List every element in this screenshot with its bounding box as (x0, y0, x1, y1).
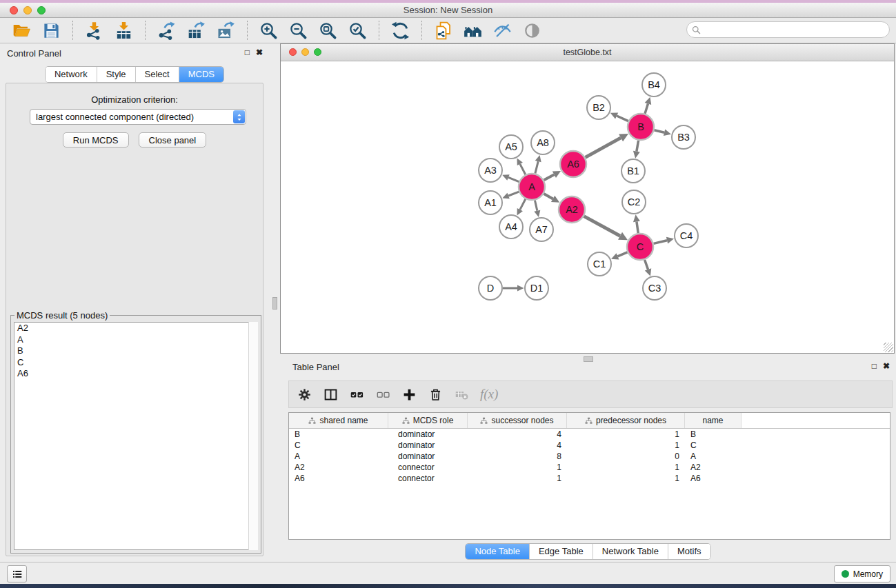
table-cell[interactable]: connector (388, 474, 468, 483)
graph-node-C1[interactable]: C1 (588, 252, 611, 276)
table-cell[interactable]: dominator (388, 429, 468, 439)
close-table-panel-icon[interactable]: ✖ (883, 361, 890, 371)
result-item[interactable]: C (14, 357, 257, 369)
gear-icon[interactable] (297, 387, 312, 402)
show-detail-icon[interactable] (522, 21, 542, 41)
table-cell[interactable]: dominator (388, 452, 468, 461)
tab-edge-table[interactable]: Edge Table (530, 544, 593, 559)
refresh-icon[interactable] (390, 21, 410, 41)
column-header-predecessor-nodes[interactable]: predecessor nodes (567, 413, 685, 428)
horizontal-split-handle-icon[interactable] (584, 356, 593, 362)
add-icon[interactable] (401, 387, 417, 402)
table-cell[interactable]: dominator (388, 440, 468, 450)
run-mcds-button[interactable]: Run MCDS (63, 132, 129, 148)
graph-node-B[interactable]: B (628, 114, 654, 140)
graph-node-B4[interactable]: B4 (642, 73, 666, 97)
table-cell[interactable]: 1 (468, 463, 567, 472)
close-panel-button[interactable]: Close panel (139, 132, 207, 148)
table-cell[interactable]: 1 (468, 474, 567, 483)
split-handle-icon[interactable] (272, 297, 277, 310)
zoom-window-button[interactable] (37, 6, 46, 14)
table-cell[interactable]: B (289, 429, 388, 439)
mcds-result-list[interactable]: A2ABCA6 (14, 322, 258, 550)
graph-node-C3[interactable]: C3 (643, 276, 666, 300)
table-cell[interactable]: A6 (289, 474, 388, 483)
float-panel-icon[interactable]: □ (245, 48, 250, 57)
memory-button[interactable]: Memory (834, 565, 890, 582)
graph-node-B3[interactable]: B3 (672, 125, 695, 149)
delete-icon[interactable] (428, 387, 443, 402)
tab-motifs[interactable]: Motifs (668, 544, 710, 559)
tab-select[interactable]: Select (136, 67, 179, 82)
criterion-dropdown[interactable]: largest connected component (directed) (30, 109, 246, 125)
graph-node-A3[interactable]: A3 (479, 159, 502, 182)
minimize-window-button[interactable] (23, 6, 32, 14)
graph-node-A1[interactable]: A1 (479, 191, 502, 214)
search-box[interactable] (686, 21, 890, 38)
resize-grip-icon[interactable] (884, 343, 893, 352)
split-columns-icon[interactable] (323, 387, 338, 402)
column-header-successor-nodes[interactable]: successor nodes (468, 413, 567, 428)
task-history-button[interactable] (7, 565, 27, 582)
network-canvas[interactable]: AA1A2A3A4A5A6A7A8BB1B2B3B4CC1C2C3C4DD1 (281, 61, 894, 353)
import-table-icon[interactable] (114, 21, 134, 41)
open-folder-icon[interactable] (12, 21, 32, 41)
table-cell[interactable]: A (289, 452, 388, 461)
select-all-icon[interactable] (349, 387, 364, 402)
minimize-view-button[interactable] (301, 48, 309, 56)
close-panel-icon[interactable]: ✖ (256, 48, 263, 57)
table-cell[interactable]: 1 (567, 440, 685, 450)
table-row[interactable]: Adominator80A (289, 451, 890, 462)
column-header-MCDS-role[interactable]: MCDS role (388, 413, 468, 428)
table-cell[interactable]: B (685, 429, 741, 439)
graph-node-A5[interactable]: A5 (499, 135, 523, 159)
zoom-view-button[interactable] (314, 48, 321, 56)
table-cell[interactable]: 4 (468, 440, 567, 450)
export-image-icon[interactable] (216, 21, 236, 41)
unselect-all-icon[interactable] (375, 387, 390, 402)
zoom-in-icon[interactable] (259, 21, 279, 41)
close-view-button[interactable] (289, 48, 297, 56)
table-cell[interactable]: 4 (468, 429, 567, 439)
table-cell[interactable]: A2 (289, 463, 388, 472)
home-icon[interactable] (463, 21, 483, 41)
graph-node-A8[interactable]: A8 (531, 131, 555, 154)
save-icon[interactable] (41, 21, 61, 41)
table-row[interactable]: Bdominator41B (289, 429, 890, 440)
table-cell[interactable]: 8 (468, 452, 567, 461)
result-scrollbar[interactable] (248, 322, 258, 550)
table-cell[interactable]: 1 (567, 463, 685, 472)
table-cell[interactable]: A6 (685, 474, 741, 483)
table-cell[interactable]: A2 (685, 463, 741, 472)
graph-node-C2[interactable]: C2 (622, 190, 646, 214)
graph-node-B1[interactable]: B1 (621, 159, 645, 183)
export-network-icon[interactable] (157, 21, 177, 41)
table-cell[interactable]: 0 (567, 452, 685, 461)
graph-node-C4[interactable]: C4 (675, 224, 698, 247)
copy-network-icon[interactable] (433, 21, 453, 41)
graph-node-D[interactable]: D (479, 276, 502, 300)
zoom-out-icon[interactable] (288, 21, 308, 41)
zoom-selected-icon[interactable] (348, 21, 368, 41)
table-row[interactable]: A2connector11A2 (289, 462, 890, 473)
search-input[interactable] (704, 24, 885, 36)
tab-network[interactable]: Network (46, 67, 97, 82)
graph-node-A2[interactable]: A2 (559, 196, 585, 223)
graph-node-C[interactable]: C (627, 234, 653, 260)
hide-detail-icon[interactable] (492, 21, 512, 41)
zoom-fit-icon[interactable] (318, 21, 338, 41)
tab-network-table[interactable]: Network Table (593, 544, 668, 559)
table-cell[interactable]: C (685, 440, 741, 450)
table-row[interactable]: A6connector11A6 (289, 473, 890, 484)
graph-node-A7[interactable]: A7 (530, 218, 553, 241)
result-item[interactable]: A (14, 334, 257, 346)
import-network-icon[interactable] (84, 21, 104, 41)
vertical-split-divider[interactable] (269, 43, 280, 562)
graph-node-D1[interactable]: D1 (525, 276, 548, 300)
table-row[interactable]: Cdominator41C (289, 440, 890, 451)
table-cell[interactable]: 1 (567, 474, 685, 483)
tab-node-table[interactable]: Node Table (466, 544, 530, 559)
result-item[interactable]: B (14, 345, 257, 357)
table-cell[interactable]: C (289, 440, 388, 450)
result-item[interactable]: A2 (14, 323, 257, 334)
